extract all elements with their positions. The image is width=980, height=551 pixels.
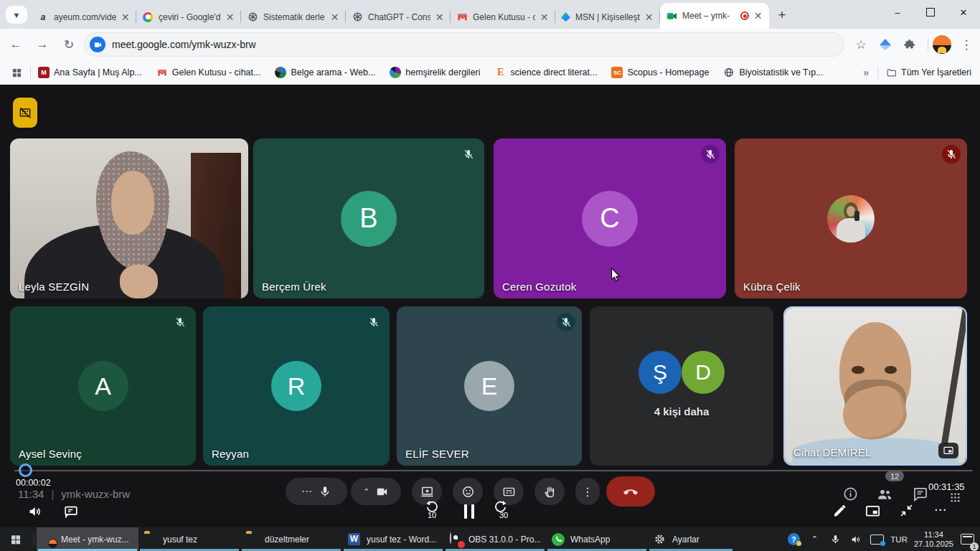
- bookmark-hemsirelik[interactable]: hemşirelik dergileri: [390, 67, 480, 78]
- vertical-dots-icon: ⋮: [582, 485, 593, 499]
- window-maximize-button[interactable]: [914, 0, 947, 24]
- reactions-button[interactable]: [453, 478, 483, 505]
- globe-favicon: [723, 67, 735, 78]
- tray-mic-icon[interactable]: [828, 532, 842, 547]
- apps-grid-icon[interactable]: [6, 62, 27, 83]
- gmail-favicon: [456, 11, 468, 23]
- taskbar-item-meet[interactable]: Meet - ymk-wuz...: [37, 527, 138, 551]
- bookmark-scopus[interactable]: SC Scopus - Homepage: [611, 67, 709, 78]
- msn-favicon: [561, 12, 570, 22]
- more-options-button[interactable]: ⋮: [575, 478, 600, 505]
- self-view-tile-cihat[interactable]: Cihat DEMİREL: [783, 306, 967, 466]
- taskbar-item-duzeltmeler[interactable]: düzeltmeler: [240, 527, 342, 551]
- camera-control[interactable]: ⌃: [351, 478, 401, 505]
- window-minimize-button[interactable]: –: [881, 0, 914, 24]
- all-bookmarks-button[interactable]: Tüm Yer İşaretleri: [885, 67, 971, 78]
- tab-close-icon[interactable]: ✕: [120, 11, 131, 23]
- rewind-label: 10: [423, 511, 440, 519]
- tab-meet-active[interactable]: Meet – ymk- ✕: [660, 3, 769, 29]
- window-close-button[interactable]: ✕: [947, 0, 980, 24]
- bookmark-biyoistatistik[interactable]: Biyoistatistik ve Tıp...: [723, 67, 823, 78]
- tab-gmail[interactable]: Gelen Kutusu - c ✕: [451, 5, 555, 29]
- address-bar[interactable]: meet.google.com/ymk-wuzx-brw: [84, 32, 844, 57]
- keyboard-off-warning-chip[interactable]: [13, 98, 37, 128]
- raise-hand-button[interactable]: [534, 478, 565, 505]
- participant-tile-leyla[interactable]: Leyla SEZGİN: [10, 138, 248, 298]
- player-seek-bar[interactable]: [14, 470, 973, 471]
- chat-panel-button[interactable]: [912, 486, 928, 502]
- bookmark-belge-arama[interactable]: Belge arama - Web...: [275, 67, 375, 78]
- mic-muted-icon: [942, 145, 961, 164]
- more-participants-tile[interactable]: Ş D 4 kişi daha: [590, 306, 773, 466]
- tab-close-icon[interactable]: ✕: [644, 11, 654, 23]
- tab-close-icon[interactable]: ✕: [539, 11, 550, 23]
- tab-close-icon[interactable]: ✕: [225, 11, 235, 23]
- mic-options-dots-icon[interactable]: ⋯: [301, 485, 313, 498]
- windows-taskbar: Meet - ymk-wuz... yusuf tez düzeltmeler …: [0, 527, 980, 551]
- taskbar-clock[interactable]: 11:34 27.10.2025: [914, 530, 953, 549]
- camera-icon: [375, 485, 389, 499]
- profile-avatar[interactable]: [933, 35, 951, 54]
- tray-chevron-up-icon[interactable]: ⌃: [807, 532, 821, 547]
- forward-label: 30: [495, 511, 512, 519]
- browser-menu-icon[interactable]: ⋮: [956, 34, 977, 55]
- participant-name: Berçem Ürek: [262, 281, 326, 293]
- taskbar-item-word[interactable]: W yusuf tez - Word...: [342, 527, 444, 551]
- tab-msn[interactable]: MSN | Kişiselleşt ✕: [555, 5, 660, 29]
- mic-control[interactable]: ⋯: [286, 478, 347, 505]
- bookmark-mus-alparslan[interactable]: M Ana Sayfa | Muş Alp...: [38, 67, 142, 78]
- participant-tile-aysel[interactable]: A Aysel Sevinç: [10, 306, 196, 466]
- bookmark-gmail[interactable]: Gelen Kutusu - cihat...: [156, 67, 261, 78]
- participant-tile-elif[interactable]: E ELİF SEVER: [397, 306, 582, 466]
- pause-button[interactable]: [464, 504, 474, 519]
- participant-tile-kubra[interactable]: Kübra Çelik: [735, 138, 967, 298]
- tab-sistematik[interactable]: Sistematik derle ✕: [241, 5, 346, 29]
- notification-center-icon[interactable]: 1: [960, 532, 974, 547]
- bookmarks-overflow-chevron[interactable]: »: [863, 67, 869, 78]
- meeting-details-button[interactable]: [842, 486, 859, 502]
- forward-button[interactable]: →: [32, 34, 53, 55]
- start-button[interactable]: [0, 527, 32, 551]
- participant-tile-bercem[interactable]: B Berçem Ürek: [253, 138, 484, 298]
- reload-button[interactable]: ↻: [58, 34, 80, 55]
- captions-cc-icon: [502, 485, 516, 499]
- camera-options-chevron-icon[interactable]: ⌃: [363, 487, 369, 496]
- player-seek-handle[interactable]: [19, 463, 32, 477]
- extensions-puzzle-icon[interactable]: [899, 34, 920, 55]
- get-help-icon[interactable]: ?: [786, 532, 801, 547]
- bookmark-star-icon[interactable]: ☆: [850, 34, 872, 55]
- player-pip-button[interactable]: [864, 503, 881, 519]
- tab-title: Gelen Kutusu - c: [473, 12, 535, 22]
- bookmark-sciencedirect[interactable]: E science direct literat...: [495, 67, 598, 78]
- tab-close-icon[interactable]: ✕: [434, 11, 445, 23]
- language-indicator[interactable]: TUR: [890, 535, 908, 544]
- back-button[interactable]: ←: [5, 34, 27, 55]
- tab-chatgpt[interactable]: ChatGPT - Cons ✕: [346, 5, 451, 29]
- taskbar-item-settings[interactable]: Ayarlar: [648, 527, 734, 551]
- participant-tile-reyyan[interactable]: R Reyyan: [203, 306, 390, 466]
- player-speaker-icon[interactable]: [27, 504, 43, 519]
- tray-cast-display-icon[interactable]: [870, 532, 884, 547]
- browser-extension-icon[interactable]: [875, 34, 896, 55]
- collapse-player-button[interactable]: [899, 503, 914, 518]
- new-tab-button[interactable]: +: [772, 5, 792, 25]
- people-panel-button[interactable]: [876, 486, 893, 503]
- taskbar-item-yusuf-tez[interactable]: yusuf tez: [138, 527, 240, 551]
- taskbar-item-whatsapp[interactable]: WhatsApp: [546, 527, 648, 551]
- player-more-dots-icon[interactable]: ⋯: [934, 502, 948, 517]
- player-captions-panel-icon[interactable]: [63, 504, 79, 519]
- taskbar-item-obs[interactable]: OBS 31.0.0 - Pro...: [444, 527, 546, 551]
- tab-search-button[interactable]: ▼: [6, 6, 27, 24]
- picture-in-picture-button[interactable]: [938, 443, 958, 458]
- tab-close-icon[interactable]: ✕: [753, 10, 763, 22]
- tab-ayeum[interactable]: a ayeum.com/vide ✕: [32, 5, 136, 29]
- end-call-button[interactable]: [606, 476, 655, 507]
- tab-close-icon[interactable]: ✕: [329, 11, 340, 23]
- participant-name: Leyla SEZGİN: [19, 281, 89, 293]
- tab-ceviri[interactable]: çeviri - Google'd ✕: [136, 5, 241, 29]
- system-tray: ? ⌃ TUR 11:34 27.10.2025 1: [786, 527, 980, 551]
- bookmark-label: Belge arama - Web...: [291, 67, 375, 77]
- activities-grid-button[interactable]: [948, 491, 962, 504]
- tray-volume-icon[interactable]: [849, 532, 863, 547]
- annotate-pencil-button[interactable]: [832, 503, 847, 518]
